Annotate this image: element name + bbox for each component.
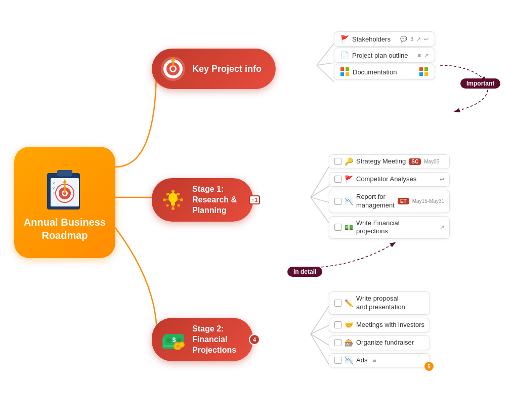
chart-emoji: 📉 bbox=[345, 197, 353, 205]
flag2-emoji: 🚩 bbox=[345, 175, 353, 183]
svg-line-8 bbox=[311, 325, 329, 334]
svg-rect-45 bbox=[172, 205, 175, 206]
ms-logo2-icon bbox=[419, 67, 429, 76]
task-competitor[interactable]: 🚩 Competitor Analyses ↩ bbox=[329, 172, 450, 187]
task-stakeholders[interactable]: 🚩 Stakeholders 💬 3 ↗ ↩ bbox=[334, 31, 435, 47]
svg-text:✓: ✓ bbox=[53, 186, 56, 190]
task-stakeholders-text: Stakeholders bbox=[352, 35, 397, 43]
svg-text:✓: ✓ bbox=[53, 191, 56, 195]
key-task-list: 🚩 Stakeholders 💬 3 ↗ ↩ 📄 Project plan ou… bbox=[334, 31, 435, 80]
svg-text:Goals: Goals bbox=[58, 173, 71, 178]
comment-count: 3 bbox=[410, 36, 413, 42]
key-project-icon bbox=[159, 55, 187, 83]
annotation-in-detail: in detail bbox=[287, 267, 322, 277]
central-title: Annual Business Roadmap bbox=[14, 216, 115, 242]
ads-text: Ads bbox=[356, 356, 367, 365]
task-project-plan-text: Project plan outline bbox=[352, 52, 415, 59]
list-icon[interactable]: ≡ bbox=[418, 52, 421, 58]
task-strategy[interactable]: 🔑 Strategy Meeting SC May05 bbox=[329, 154, 450, 169]
undo-icon[interactable]: ↩ bbox=[424, 36, 429, 43]
stage1-counter: ≡1 bbox=[249, 195, 260, 204]
svg-line-1 bbox=[317, 63, 334, 65]
stage2-counter: 4 bbox=[249, 334, 260, 345]
strategy-text: Strategy Meeting bbox=[356, 157, 406, 166]
svg-point-36 bbox=[178, 204, 180, 207]
financial-checkbox[interactable] bbox=[334, 224, 341, 231]
svg-line-5 bbox=[311, 197, 329, 202]
svg-rect-44 bbox=[171, 202, 175, 205]
svg-line-3 bbox=[311, 167, 329, 197]
competitor-text: Competitor Analyses bbox=[356, 175, 416, 184]
link3-icon[interactable]: ↗ bbox=[440, 224, 444, 231]
financial-text: Write Financialprojections bbox=[356, 219, 400, 236]
report-text: Report formanagement bbox=[356, 193, 395, 210]
svg-line-6 bbox=[311, 197, 329, 223]
proposal-text: Write proposaland presentation bbox=[356, 295, 405, 312]
list2-icon: ≡ bbox=[372, 357, 376, 364]
svg-point-53 bbox=[166, 338, 172, 343]
task-fundraiser[interactable]: 🎰 Organize fundraiser bbox=[329, 335, 430, 350]
svg-text:$: $ bbox=[176, 344, 179, 349]
task-project-plan[interactable]: 📄 Project plan outline ≡ ↗ bbox=[334, 48, 435, 63]
doc-icon: 📄 bbox=[340, 51, 349, 59]
task-documentation-text: Documentation bbox=[353, 68, 414, 76]
key-emoji: 🔑 bbox=[345, 157, 353, 165]
svg-text:$: $ bbox=[173, 337, 176, 344]
stage1-title: Stage 1:Research &Planning bbox=[192, 184, 237, 216]
svg-text:✓: ✓ bbox=[53, 181, 56, 185]
chart2-emoji: 📉 bbox=[345, 356, 353, 364]
task-documentation[interactable]: Documentation bbox=[334, 64, 435, 80]
proposal-checkbox[interactable] bbox=[334, 300, 341, 307]
task-ads[interactable]: 📉 Ads ≡ 5 bbox=[329, 353, 430, 368]
slot-emoji: 🎰 bbox=[345, 339, 353, 347]
stage2-task-list: ✏️ Write proposaland presentation 🤝 Meet… bbox=[329, 291, 430, 367]
svg-line-9 bbox=[311, 334, 329, 345]
ads-checkbox[interactable] bbox=[334, 357, 341, 364]
key-project-title: Key Project info bbox=[192, 64, 262, 74]
investors-checkbox[interactable] bbox=[334, 321, 341, 328]
central-icon: ✓ ✓ ✓ Goals bbox=[37, 163, 93, 214]
handshake-emoji: 🤝 bbox=[345, 321, 353, 329]
key-project-node[interactable]: Key Project info bbox=[152, 49, 276, 89]
competitor-checkbox[interactable] bbox=[334, 176, 341, 183]
investors-text: Meetings with investors bbox=[356, 321, 424, 329]
svg-line-7 bbox=[311, 306, 329, 334]
money-emoji: 💵 bbox=[345, 223, 353, 231]
svg-point-31 bbox=[163, 198, 166, 201]
strategy-checkbox[interactable] bbox=[334, 158, 341, 165]
strategy-date: May05 bbox=[424, 159, 439, 164]
fundraiser-text: Organize fundraiser bbox=[356, 339, 414, 347]
svg-line-10 bbox=[311, 334, 329, 364]
report-date: May15-May31 bbox=[412, 198, 444, 204]
link2-icon[interactable]: ↗ bbox=[424, 52, 429, 59]
svg-point-59 bbox=[180, 343, 184, 347]
svg-point-38 bbox=[166, 204, 169, 207]
link-icon[interactable]: ↗ bbox=[416, 36, 421, 43]
report-checkbox[interactable] bbox=[334, 198, 341, 205]
stage1-task-list: 🔑 Strategy Meeting SC May05 🚩 Competitor… bbox=[329, 154, 450, 239]
comment-icon: 💬 bbox=[400, 36, 407, 43]
svg-line-2 bbox=[317, 65, 334, 82]
pencil-emoji: ✏️ bbox=[345, 299, 353, 307]
task-report[interactable]: 📉 Report formanagement ET May15-May31 bbox=[329, 190, 450, 213]
stage1-node[interactable]: Stage 1:Research &Planning ≡1 bbox=[152, 178, 253, 222]
flag-icon: 🚩 bbox=[340, 35, 349, 43]
stage2-icon: $ $ bbox=[159, 325, 187, 354]
report-et-badge: ET bbox=[398, 198, 409, 204]
stage2-node[interactable]: $ $ Stage 2:FinancialProjections 4 bbox=[152, 318, 253, 361]
svg-line-4 bbox=[311, 186, 329, 197]
svg-point-32 bbox=[180, 198, 183, 201]
strategy-sc-badge: SC bbox=[409, 158, 421, 165]
svg-point-28 bbox=[171, 67, 175, 71]
task-financial[interactable]: 💵 Write Financialprojections ↗ bbox=[329, 216, 450, 239]
task-investors[interactable]: 🤝 Meetings with investors bbox=[329, 318, 430, 332]
stage2-title: Stage 2:FinancialProjections bbox=[192, 324, 236, 355]
fundraiser-checkbox[interactable] bbox=[334, 339, 341, 346]
stage1-icon bbox=[159, 186, 187, 214]
annotation-important: Important bbox=[460, 78, 500, 89]
svg-point-43 bbox=[168, 193, 178, 203]
svg-line-0 bbox=[317, 44, 334, 65]
central-node: ✓ ✓ ✓ Goals Annual Business Roadmap bbox=[14, 147, 115, 258]
ms-logo-icon bbox=[340, 67, 350, 76]
task-proposal[interactable]: ✏️ Write proposaland presentation bbox=[329, 291, 430, 315]
